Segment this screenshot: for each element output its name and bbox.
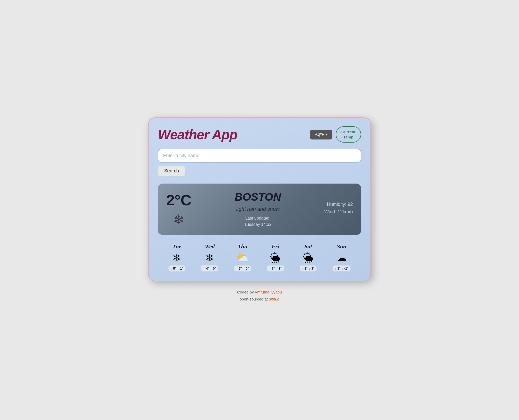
forecast-day-name-tue: Tue [172, 243, 181, 250]
forecast-icon-wed: ❄ [205, 253, 214, 263]
forecast-day-name-sat: Sat [304, 243, 312, 250]
header-right: ºC|ºF ▾ CurrentTemp [310, 126, 361, 143]
forecast-temps-thu: ↑ 7° ↓ 0° [234, 265, 251, 271]
humidity-display: Humidity: 92 [324, 202, 353, 207]
weather-description: light rain and snow [191, 205, 324, 213]
forecast-day-name-wed: Wed [205, 243, 215, 250]
app-container: Weather App ºC|ºF ▾ CurrentTemp Search 2… [148, 117, 371, 281]
forecast-day-sun: Sun ☁ ↑ 3° ↓ -1° [333, 243, 350, 271]
current-weather-icon: ❄ [173, 212, 185, 227]
forecast-temps-wed: ↑ 4° ↓ 0° [201, 265, 218, 271]
forecast-day-name-thu: Thu [238, 243, 248, 250]
weather-card-right: Humidity: 92 Wind: 12km/h [324, 202, 353, 217]
unit-selector-button[interactable]: ºC|ºF ▾ [310, 130, 332, 139]
last-updated: Last updated: Tuesday 14:32 [191, 215, 324, 228]
forecast-icon-sat: 🌦 [303, 253, 313, 263]
author-link[interactable]: Amrutha Iyyapu [255, 290, 282, 294]
forecast-icon-tue: ❄ [172, 253, 181, 263]
current-temp-button[interactable]: CurrentTemp [336, 126, 361, 143]
forecast-temps-sat: ↑ 8° ↓ 3° [300, 265, 317, 271]
footer: Coded by Amrutha Iyyapu open-sourced at … [237, 289, 282, 303]
header: Weather App ºC|ºF ▾ CurrentTemp [158, 126, 361, 143]
search-button[interactable]: Search [158, 166, 185, 176]
forecast-day-tue: Tue ❄ ↑ 5° ↓ 1° [169, 243, 185, 271]
forecast-icon-sun: ☁ [336, 253, 347, 263]
forecast-temps-fri: ↑ 7° ↓ 3° [267, 265, 284, 271]
city-search-input[interactable] [158, 149, 361, 163]
dropdown-arrow-icon: ▾ [326, 133, 327, 136]
forecast-section: Tue ❄ ↑ 5° ↓ 1° Wed ❄ ↑ 4° ↓ 0° Thu ⛅ [158, 243, 361, 271]
forecast-day-sat: Sat 🌦 ↑ 8° ↓ 3° [300, 243, 317, 271]
temperature-display: 2°C [166, 191, 191, 209]
city-name: BOSTON [191, 191, 324, 203]
forecast-temps-tue: ↑ 5° ↓ 1° [169, 265, 185, 271]
github-link[interactable]: github [269, 297, 279, 301]
forecast-icon-fri: 🌦 [270, 253, 280, 263]
forecast-day-name-fri: Fri [271, 243, 279, 250]
search-section: Search [158, 149, 361, 176]
forecast-day-wed: Wed ❄ ↑ 4° ↓ 0° [201, 243, 218, 271]
wind-display: Wind: 12km/h [324, 209, 353, 215]
weather-card-left: 2°C ❄ [166, 191, 191, 227]
forecast-day-fri: Fri 🌦 ↑ 7° ↓ 3° [267, 243, 284, 271]
forecast-day-thu: Thu ⛅ ↑ 7° ↓ 0° [234, 243, 251, 271]
footer-open-sourced: open-sourced at github [237, 296, 282, 303]
forecast-icon-thu: ⛅ [236, 253, 249, 263]
unit-selector-label: ºC|ºF [315, 132, 324, 137]
forecast-day-name-sun: Sun [337, 243, 346, 250]
weather-card-center: BOSTON light rain and snow Last updated:… [191, 191, 324, 228]
footer-coded-by: Coded by Amrutha Iyyapu [237, 289, 282, 296]
weather-card: 2°C ❄ BOSTON light rain and snow Last up… [158, 184, 361, 235]
forecast-temps-sun: ↑ 3° ↓ -1° [333, 265, 350, 271]
current-temp-label: CurrentTemp [341, 130, 355, 139]
app-title: Weather App [158, 127, 237, 142]
